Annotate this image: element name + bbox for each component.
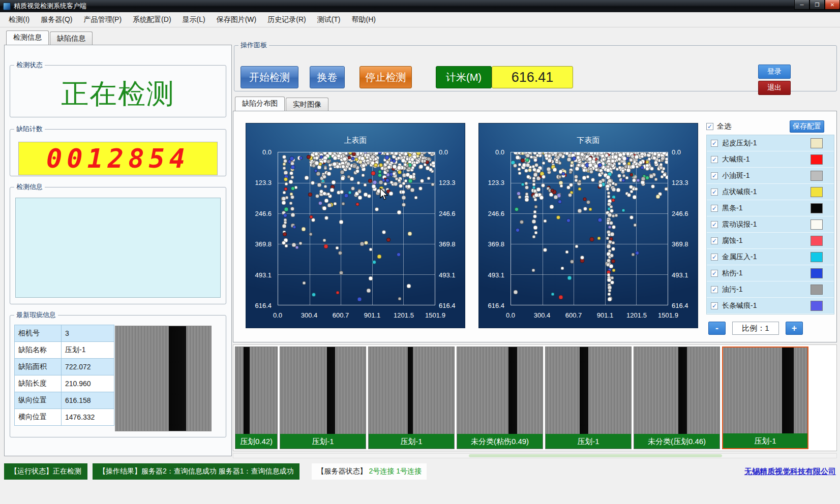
defect-color-swatch	[811, 252, 823, 262]
defect-color-swatch	[811, 171, 823, 181]
defect-dot	[568, 193, 572, 197]
thumbnail-scrollbar[interactable]	[233, 453, 837, 458]
axis-tick: 616.4	[672, 302, 688, 309]
start-detect-button[interactable]: 开始检测	[241, 66, 298, 88]
defect-dot	[301, 227, 306, 232]
defect-type-checkbox[interactable]: ✓	[711, 302, 718, 309]
defect-dot	[525, 153, 530, 158]
defect-dot	[578, 180, 581, 183]
restore-button[interactable]: ❐	[809, 0, 825, 10]
legend-item[interactable]: ✓长条碱痕-1	[707, 298, 834, 314]
save-config-button[interactable]: 保存配置	[790, 120, 824, 133]
defect-type-checkbox[interactable]: ✓	[711, 254, 718, 261]
legend-item[interactable]: ✓黑条-1	[707, 200, 834, 216]
axis-tick: 0.0	[439, 148, 448, 156]
tab-live-image[interactable]: 实时图像	[286, 98, 328, 111]
menu-item[interactable]: 产品管理(P)	[78, 13, 127, 27]
menu-item[interactable]: 检测(I)	[3, 13, 35, 27]
defect-dot	[612, 225, 616, 229]
scale-display: 比例：1	[732, 322, 779, 335]
defect-dot	[608, 289, 612, 292]
defect-dot	[524, 169, 528, 173]
detect-info-textarea[interactable]	[15, 198, 221, 298]
defect-dot	[571, 161, 574, 164]
defect-dot	[608, 297, 612, 302]
zoom-in-button[interactable]: +	[786, 322, 803, 335]
defect-type-checkbox[interactable]: ✓	[711, 270, 718, 277]
defect-type-checkbox[interactable]: ✓	[711, 140, 718, 147]
tab-detect-info[interactable]: 检测信息	[6, 30, 49, 45]
defect-dot	[386, 238, 391, 242]
defect-type-label: 点状碱痕-1	[722, 187, 806, 197]
defect-dot	[341, 202, 345, 205]
close-button[interactable]: ✕	[825, 0, 840, 10]
axis-tick: 493.1	[439, 271, 456, 278]
defect-type-checkbox[interactable]: ✓	[711, 205, 718, 212]
defect-dot	[621, 169, 625, 173]
stop-detect-button[interactable]: 停止检测	[359, 66, 412, 88]
menu-item[interactable]: 服务器(Q)	[35, 13, 78, 27]
defect-type-checkbox[interactable]: ✓	[711, 237, 718, 244]
legend-item[interactable]: ✓金属压入-1	[707, 249, 834, 265]
zoom-out-button[interactable]: -	[708, 322, 726, 335]
company-link[interactable]: 无锡精质视觉科技有限公司	[744, 467, 836, 477]
defect-type-checkbox[interactable]: ✓	[711, 156, 718, 163]
defect-dot	[566, 218, 571, 223]
plot-area[interactable]	[511, 152, 668, 305]
defect-thumbnail[interactable]: 压划-1	[280, 346, 366, 449]
tab-defect-map[interactable]: 缺陷分布图	[235, 97, 285, 111]
defect-thumbnail[interactable]: 压划-1	[545, 346, 632, 449]
defect-dot	[600, 171, 604, 175]
defect-type-checkbox[interactable]: ✓	[711, 286, 718, 293]
select-all-checkbox[interactable]: ✓	[706, 123, 713, 130]
defect-dot	[327, 203, 332, 208]
defect-dot	[647, 157, 651, 161]
menu-item[interactable]: 系统配置(D)	[127, 13, 176, 27]
defect-type-checkbox[interactable]: ✓	[711, 188, 718, 196]
menu-item[interactable]: 显示(L)	[177, 13, 211, 27]
menu-item[interactable]: 帮助(H)	[346, 13, 381, 27]
defect-dot	[588, 163, 592, 167]
legend-panel: ✓ 全选 保存配置 ✓起皮压划-1✓大碱痕-1✓小油斑-1✓点状碱痕-1✓黑条-…	[706, 119, 834, 335]
menu-item[interactable]: 测试(T)	[312, 13, 346, 27]
defect-type-checkbox[interactable]: ✓	[711, 172, 718, 179]
defect-dot	[645, 167, 649, 171]
login-button[interactable]: 登录	[758, 65, 791, 79]
minimize-button[interactable]: ─	[794, 0, 809, 10]
defect-dot	[371, 155, 375, 160]
legend-item[interactable]: ✓油污-1	[707, 281, 834, 298]
logout-button[interactable]: 退出	[758, 81, 791, 95]
tab-defect-info[interactable]: 缺陷信息	[50, 32, 93, 45]
scrollbar-thumb[interactable]	[469, 454, 722, 457]
legend-item[interactable]: ✓大碱痕-1	[707, 151, 834, 168]
legend-item[interactable]: ✓粘伤-1	[707, 265, 834, 281]
defect-thumbnail[interactable]: 未分类(粘伤0.49)	[457, 346, 543, 449]
legend-item[interactable]: ✓起皮压划-1	[707, 135, 834, 151]
defect-dot	[386, 160, 389, 164]
menu-item[interactable]: 保存图片(W)	[211, 13, 262, 27]
change-roll-button[interactable]: 换卷	[310, 66, 345, 88]
legend-item[interactable]: ✓小油斑-1	[707, 168, 834, 184]
defect-thumbnail[interactable]: 压划-1	[722, 346, 808, 449]
legend-item[interactable]: ✓腐蚀-1	[707, 233, 834, 249]
defect-type-label: 黑条-1	[722, 204, 806, 213]
legend-item[interactable]: ✓点状碱痕-1	[707, 184, 834, 200]
detect-status-group: 检测状态 正在检测	[10, 60, 226, 117]
defect-dot	[359, 242, 364, 246]
defect-dot	[381, 188, 385, 193]
defect-dot	[397, 165, 402, 170]
defect-thumbnail[interactable]: 压划-1	[368, 346, 455, 449]
defect-type-label: 长条碱痕-1	[722, 301, 806, 310]
legend-item[interactable]: ✓震动误报-1	[707, 216, 834, 233]
defect-dot	[614, 155, 618, 160]
defect-dot	[393, 172, 396, 176]
axis-tick: 246.6	[255, 209, 272, 217]
defect-dot	[371, 171, 376, 176]
plot-area[interactable]	[278, 152, 435, 305]
defect-type-checkbox[interactable]: ✓	[711, 221, 718, 228]
defect-thumbnail[interactable]: 未分类(压划0.46)	[634, 346, 720, 449]
menu-item[interactable]: 历史记录(R)	[262, 13, 311, 27]
defect-dot	[431, 161, 435, 165]
defect-thumbnail[interactable]: 压划0.42)	[235, 346, 278, 449]
field-value: 722.072	[62, 359, 114, 375]
